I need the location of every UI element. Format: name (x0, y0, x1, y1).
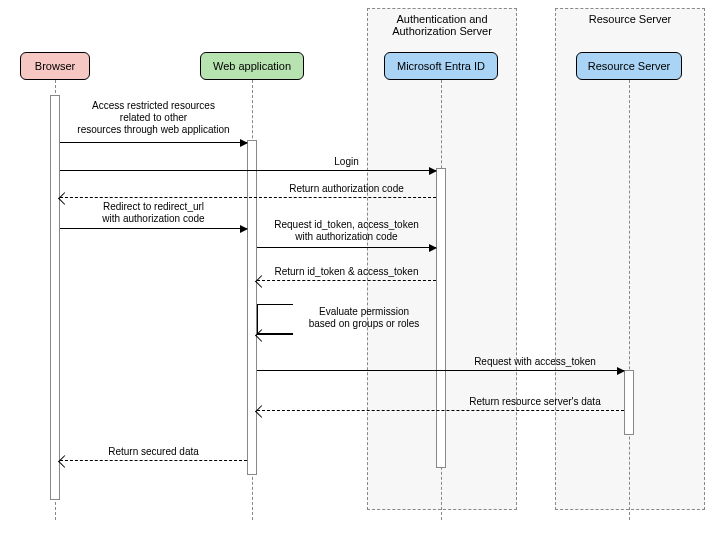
arrow-request-resource (257, 370, 624, 371)
activation-browser (50, 95, 60, 500)
container-auth-title: Authentication and Authorization Server (368, 13, 516, 37)
msg-request-resource-label: Request with access_token (446, 356, 624, 368)
participant-resource-label: Resource Server (588, 60, 671, 72)
participant-webapp-label: Web application (213, 60, 291, 72)
participant-entra-label: Microsoft Entra ID (397, 60, 485, 72)
activation-entra (436, 168, 446, 468)
activation-resource (624, 370, 634, 435)
msg-return-secured-label: Return secured data (60, 446, 247, 458)
msg-authcode-label: Return authorization code (257, 183, 436, 195)
self-evaluate-return (257, 334, 293, 335)
msg-login-label: Login (257, 156, 436, 168)
arrow-login (60, 170, 436, 171)
participant-resource: Resource Server (576, 52, 682, 80)
msg-redirect-label: Redirect to redirect_url with authorizat… (60, 201, 247, 225)
msg-request-token-label: Request id_token, access_token with auth… (257, 219, 436, 243)
msg-return-token-label: Return id_token & access_token (257, 266, 436, 278)
participant-webapp: Web application (200, 52, 304, 80)
arrow-access (60, 142, 247, 143)
sequence-diagram: Authentication and Authorization Server … (0, 0, 719, 533)
msg-access-label: Access restricted resources related to o… (60, 100, 247, 136)
arrow-redirect (60, 228, 247, 229)
participant-entra: Microsoft Entra ID (384, 52, 498, 80)
arrow-return-resource (257, 410, 624, 411)
lifeline-resource (629, 80, 630, 520)
msg-return-resource-label: Return resource server's data (446, 396, 624, 408)
participant-browser: Browser (20, 52, 90, 80)
container-resource-title: Resource Server (556, 13, 704, 25)
arrow-return-secured (60, 460, 247, 461)
participant-browser-label: Browser (35, 60, 75, 72)
arrow-return-token (257, 280, 436, 281)
arrow-request-token (257, 247, 436, 248)
activation-webapp (247, 140, 257, 475)
arrow-authcode (60, 197, 436, 198)
self-evaluate-label: Evaluate permission based on groups or r… (294, 306, 434, 330)
